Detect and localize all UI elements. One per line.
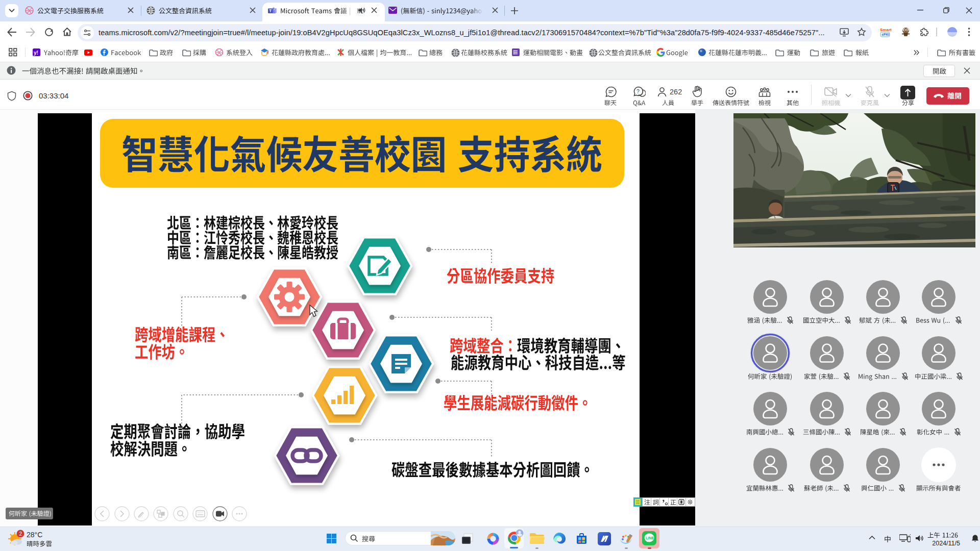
svg-text:Smart: Smart [880, 28, 892, 32]
svg-text:?: ? [636, 88, 640, 94]
svg-text:2: 2 [19, 531, 22, 537]
svg-text:ePKI: ePKI [882, 33, 890, 36]
svg-text:LINE: LINE [646, 536, 654, 540]
svg-text:y!: y! [34, 50, 38, 56]
